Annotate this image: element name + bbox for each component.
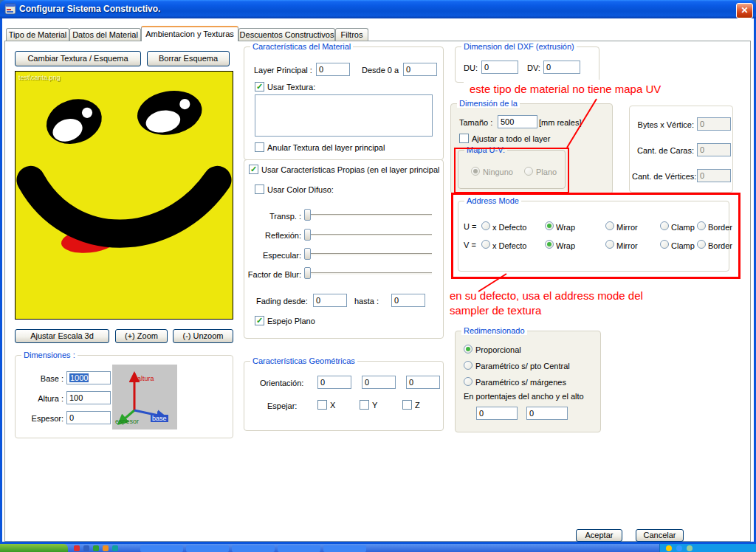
- mapa-uv-plano-radio[interactable]: [524, 167, 533, 176]
- redim-input-1[interactable]: 0: [476, 407, 518, 420]
- altura-label: Altura :: [28, 394, 63, 403]
- v-clamp-radio[interactable]: [660, 240, 669, 249]
- transp-slider-thumb[interactable]: [304, 209, 311, 221]
- texture-preview-image: test\carita.png: [15, 71, 233, 320]
- cant-caras-input: 0: [697, 143, 731, 156]
- altura-input[interactable]: 100: [66, 391, 111, 404]
- taskbar-window-button-3[interactable]: [232, 545, 275, 552]
- orientacion-input-1[interactable]: 0: [317, 376, 351, 389]
- tab-filtros[interactable]: Filtros: [335, 28, 368, 41]
- espejo-plano-checkbox[interactable]: ✓: [255, 316, 264, 325]
- usar-caracteristicas-checkbox[interactable]: ✓: [249, 165, 258, 174]
- u-border-radio[interactable]: [697, 221, 706, 230]
- tray-icon-1[interactable]: [666, 545, 672, 551]
- layer-principal-label: Layer Principal :: [254, 66, 312, 75]
- desde-input[interactable]: 0: [403, 63, 437, 76]
- factor-blur-slider[interactable]: [304, 267, 432, 279]
- quick-launch-icon-4[interactable]: [103, 545, 109, 551]
- bytes-vertice-label: Bytes x Vértice:: [632, 120, 694, 129]
- especular-label: Especular:: [257, 251, 301, 260]
- taskbar-window-button-2[interactable]: [186, 545, 229, 552]
- axis-diagram: altura espesor base: [112, 365, 177, 429]
- quick-launch-icon-3[interactable]: [93, 545, 99, 551]
- espejar-y-label: Y: [372, 401, 377, 410]
- tab-ambientacion-y-texturas[interactable]: Ambientacion y Texturas: [141, 26, 238, 41]
- v-defecto-radio[interactable]: [481, 240, 490, 249]
- u-clamp-radio[interactable]: [660, 221, 669, 230]
- close-button[interactable]: ✕: [736, 3, 753, 18]
- u-mirror-radio[interactable]: [605, 221, 614, 230]
- zoom-out-button[interactable]: (-) Unzoom: [173, 329, 233, 343]
- window-title: Configurar Sistema Constructivo.: [19, 4, 160, 14]
- porcentajes-label: En portentajes del ancho y el alto: [464, 392, 584, 401]
- base-input[interactable]: 1000: [66, 371, 111, 384]
- espejar-x-label: X: [330, 401, 335, 410]
- especular-slider-thumb[interactable]: [304, 248, 311, 260]
- clear-scheme-button[interactable]: Borrar Esquema: [147, 51, 230, 66]
- fading-desde-input[interactable]: 0: [313, 294, 347, 307]
- dv-input[interactable]: 0: [543, 61, 580, 74]
- v-mirror-radio[interactable]: [605, 240, 614, 249]
- tray-icon-2[interactable]: [676, 545, 682, 551]
- proporcional-radio[interactable]: [464, 345, 472, 353]
- espesor-input[interactable]: 0: [66, 411, 111, 424]
- espesor-label: Espesor:: [25, 414, 63, 423]
- quick-launch-icon-5[interactable]: [112, 545, 118, 551]
- orientacion-label: Orientación:: [260, 379, 303, 387]
- factor-blur-slider-thumb[interactable]: [304, 267, 311, 279]
- usar-textura-checkbox[interactable]: ✓: [255, 82, 264, 92]
- espejar-z-checkbox[interactable]: [402, 400, 412, 410]
- cancel-button[interactable]: Cancelar: [636, 529, 684, 542]
- du-input[interactable]: 0: [481, 61, 518, 74]
- texture-listbox[interactable]: [255, 94, 433, 137]
- reflexion-label: Reflexión:: [258, 231, 301, 240]
- espejar-x-checkbox[interactable]: [317, 400, 327, 410]
- titlebar[interactable]: Configurar Sistema Constructivo. ✕: [0, 0, 756, 18]
- cant-vertices-input: 0: [697, 169, 731, 182]
- adjust-scale-button[interactable]: Ajustar Escala 3d: [15, 329, 109, 343]
- tray-icon-3[interactable]: [687, 545, 693, 551]
- reflexion-slider-thumb[interactable]: [304, 229, 311, 241]
- tamano-input[interactable]: 500: [498, 115, 537, 128]
- base-label: Base :: [28, 374, 63, 383]
- reflexion-slider[interactable]: [304, 229, 432, 241]
- system-tray[interactable]: [659, 544, 756, 552]
- desde-label: Desde 0 a: [362, 66, 399, 75]
- espejar-y-checkbox[interactable]: [360, 400, 369, 410]
- taskbar-window-button-4[interactable]: [278, 545, 320, 552]
- fading-hasta-input[interactable]: 0: [391, 294, 425, 307]
- taskbar[interactable]: [0, 544, 756, 552]
- v-wrap-radio[interactable]: [545, 240, 554, 249]
- mapa-uv-group-title: Mapa U-V:: [464, 145, 507, 154]
- ajustar-layer-checkbox[interactable]: [459, 134, 469, 143]
- tab-tipo-de-material[interactable]: Tipo de Material: [6, 28, 69, 41]
- parametrico-margenes-radio[interactable]: [464, 377, 472, 386]
- anular-textura-checkbox[interactable]: [255, 142, 264, 152]
- quick-launch-icon-1[interactable]: [74, 545, 80, 551]
- zoom-in-button[interactable]: (+) Zoom: [115, 329, 168, 343]
- taskbar-window-button-1[interactable]: [140, 545, 183, 552]
- taskbar-window-button-5[interactable]: [323, 545, 366, 552]
- transp-label: Transp. :: [258, 212, 301, 221]
- u-wrap-radio[interactable]: [545, 221, 554, 230]
- tab-descuentos-constructivos[interactable]: Descuentos Constructivos: [238, 28, 335, 41]
- parametrico-central-radio[interactable]: [464, 361, 472, 370]
- tamano-label: Tamaño :: [459, 118, 492, 127]
- start-button[interactable]: [0, 544, 68, 552]
- axis-altura-label: altura: [137, 375, 154, 382]
- transp-slider[interactable]: [304, 209, 432, 221]
- layer-principal-input[interactable]: 0: [316, 63, 350, 76]
- change-texture-button[interactable]: Cambiar Textura / Esquema: [15, 51, 141, 66]
- u-defecto-radio[interactable]: [481, 221, 490, 230]
- tab-datos-del-material[interactable]: Datos del Material: [69, 28, 141, 41]
- orientacion-input-3[interactable]: 0: [406, 376, 440, 389]
- quick-launch-icon-2[interactable]: [83, 545, 89, 551]
- address-v-label: V =: [464, 241, 476, 249]
- orientacion-input-2[interactable]: 0: [362, 376, 396, 389]
- mapa-uv-ninguno-radio[interactable]: [471, 167, 480, 176]
- v-border-radio[interactable]: [697, 240, 706, 249]
- redim-input-2[interactable]: 0: [526, 407, 568, 420]
- accept-button[interactable]: Aceptar: [576, 529, 622, 542]
- usar-color-difuso-checkbox[interactable]: [255, 184, 264, 194]
- especular-slider[interactable]: [304, 248, 432, 260]
